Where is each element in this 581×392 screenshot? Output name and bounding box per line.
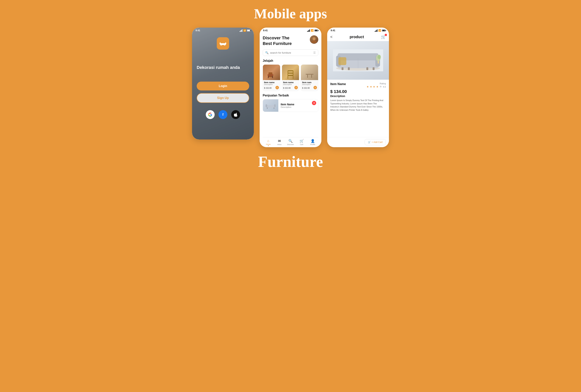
add-to-cart-button[interactable]: 🛒 + Add Cart [364,139,386,145]
product-page-title: product [350,35,364,39]
user-avatar[interactable] [310,35,318,44]
rating-label: Rating [366,82,386,85]
app-logo [217,37,229,49]
product-description-text: Lorem Ipsum Is Simply Dummy Text Of The … [330,99,386,111]
svg-rect-33 [366,67,368,70]
search-bar[interactable]: 🔍 ☰ [263,49,318,56]
apple-login-button[interactable] [231,110,240,119]
add-to-cart-2[interactable]: + [314,86,317,89]
product-status-time: 9:41 [331,29,335,32]
home-status-time: 9:41 [263,29,268,32]
phone-home-screen: 9:41 📶 Discover [260,27,322,147]
cart-nav-icon: 🛒 [300,139,304,143]
discover-nav-icon: 🔍 [288,139,292,143]
facebook-login-button[interactable]: f [218,110,228,119]
product-card-1[interactable]: Item name Description $ 152.00 + [282,64,300,91]
product-card-2[interactable]: Item nam Description $ 152.00 + [301,64,318,91]
status-time: 9:41 [196,29,200,32]
svg-rect-8 [268,74,273,76]
wifi-icon: 📶 [243,29,246,32]
product-name-2: Item nam [302,81,317,83]
signal-icon [240,29,242,32]
product-price-2: $ 152.00 [302,87,310,89]
nav-discover[interactable]: 🔍 Discover [285,139,296,146]
login-content: Dekorasi rumah anda Login Sign Up f [192,27,254,139]
login-button[interactable]: Login [197,82,249,90]
svg-rect-23 [274,107,274,109]
back-button[interactable]: < [330,35,332,39]
svg-point-38 [378,55,381,59]
svg-rect-4 [224,45,225,46]
product-battery-icon [382,29,386,31]
nav-home[interactable]: ⌂ Home [263,139,274,146]
cart-icon-button[interactable]: 🛒 [381,34,386,39]
svg-rect-32 [348,67,350,70]
section-explore-title: Jelajah [263,59,318,62]
sofa-icon [219,40,226,47]
phone-login-screen: 9:41 📶 [192,27,254,139]
svg-rect-16 [306,74,314,75]
cart-btn-icon: 🛒 [368,141,371,143]
svg-rect-11 [288,70,294,71]
product-price-1: $ 152.00 [283,87,291,89]
product-card-body-0: Item name Description $ 152.00 + [263,80,280,91]
search-icon: 🔍 [265,51,268,54]
product-top-bar: < product 🛒 [327,34,389,41]
search-input[interactable] [270,51,312,54]
svg-rect-14 [288,70,288,79]
product-name-1: Item name [283,81,298,83]
home-content: Discover The Best Furniture 🔍 ☰ Jelajah [260,27,322,147]
home-status-bar: 9:41 📶 [260,27,322,32]
home-status-icons: 📶 [307,29,318,32]
home-wifi-icon: 📶 [311,29,314,32]
star-4: ★ [376,85,378,88]
add-cart-label: + Add Cart [372,141,382,143]
svg-rect-10 [272,76,273,78]
phones-container: 9:41 📶 [192,27,389,147]
nav-inbox[interactable]: ✉ Inbox [274,139,285,146]
product-content: < product 🛒 [327,27,389,147]
product-wifi-icon: 📶 [378,29,381,32]
best-sale-image [263,99,278,112]
nav-inbox-label: Inbox [277,143,282,145]
nav-home-label: Home [266,143,270,145]
product-sofa-svg [333,49,383,71]
product-item-name: Item Name [330,82,346,86]
svg-rect-21 [274,104,276,107]
stars-row: ★ ★ ★ ★ ★ 4.5 [366,85,386,88]
svg-rect-1 [220,42,221,44]
nav-cart[interactable]: 🛒 Cart [296,139,307,146]
product-status-icons: 📶 [375,29,386,32]
profile-nav-icon: 👤 [310,139,315,143]
product-image-1 [282,65,299,80]
svg-rect-22 [267,107,268,109]
cart-badge [385,34,387,36]
star-5: ★ [379,85,382,88]
inbox-nav-icon: ✉ [278,139,281,143]
nav-profile[interactable]: 👤 Profile [307,139,318,146]
chair-svg [266,68,277,80]
social-login-row: f [206,110,240,119]
google-login-button[interactable] [206,110,215,119]
add-cart-bar: 🛒 + Add Cart [327,137,389,147]
star-2: ★ [370,85,372,88]
product-desc-2: Description [302,83,317,85]
product-desc-0: Description [264,83,279,85]
nav-discover-label: Discover [287,143,294,145]
home-header: Discover The Best Furniture [263,35,318,46]
add-to-cart-1[interactable]: + [294,86,298,89]
table-svg [304,68,316,80]
product-image-2 [301,65,318,80]
svg-rect-17 [307,75,308,78]
product-card-body-1: Item name Description $ 152.00 + [282,80,299,91]
status-bar: 9:41 📶 [192,27,254,32]
product-card-0[interactable]: Item name Description $ 152.00 + [263,64,280,91]
product-image-0 [263,65,280,80]
svg-rect-12 [288,73,294,73]
home-battery-icon [314,29,318,31]
filter-icon[interactable]: ☰ [313,51,316,54]
add-to-cart-0[interactable]: + [276,86,279,89]
best-sale-card[interactable]: Item Name Description ♥ [263,99,318,112]
battery-icon [247,29,250,31]
signup-button[interactable]: Sign Up [197,93,249,103]
